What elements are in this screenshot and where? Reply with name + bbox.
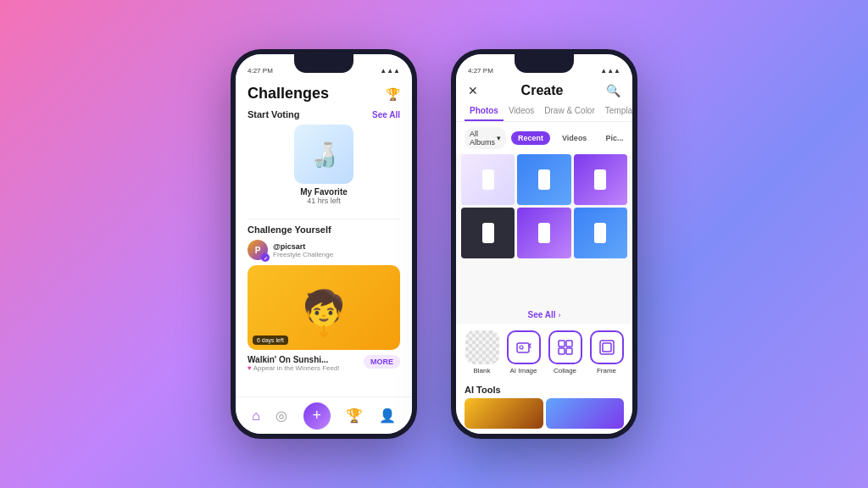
nav-home-icon[interactable]: ⌂ [252,408,260,424]
create-tabs: Photos Videos Draw & Color Templates [456,102,632,122]
picsart-name: @picsart [273,242,333,251]
challenges-title: Challenges [248,85,329,103]
divider-1 [248,219,400,219]
close-icon[interactable]: ✕ [468,84,478,97]
time-2: 4:27 PM [468,67,493,75]
girl-emoji: 🧒 [303,288,345,328]
tab-photos[interactable]: Photos [465,102,504,121]
tab-draw-color[interactable]: Draw & Color [539,102,599,121]
challenge-title: Walkin' On Sunshi... [248,355,340,364]
ai-thumb-1[interactable] [465,398,543,429]
collage-icon [548,330,582,364]
chevron-down-icon: ▾ [497,134,501,142]
status-icons-1: ▲▲▲ [380,67,400,75]
chevron-right-icon: › [558,311,560,319]
create-phone: 4:27 PM ▲▲▲ ✕ Create 🔍 Photos Videos Dra… [451,49,637,439]
challenges-phone: 4:27 PM ▲▲▲ Challenges 🏆 Start Voting Se… [231,49,417,439]
tool-blank[interactable]: Blank [465,330,499,374]
svg-rect-3 [566,341,572,347]
blank-icon [465,330,499,364]
voting-image: 🍶 [294,125,353,184]
search-icon[interactable]: 🔍 [606,84,620,97]
svg-rect-5 [566,348,572,354]
ai-thumb-2[interactable] [546,398,625,429]
more-button[interactable]: MORE [364,355,400,369]
frame-icon [590,330,624,364]
start-voting-section: Start Voting See All [248,109,400,119]
grid-cell-6[interactable] [574,208,627,258]
see-all-row: See All › [456,306,632,324]
albums-bar: All Albums ▾ Recent Videos Pic... [456,122,632,154]
tab-videos[interactable]: Videos [504,102,539,121]
phone-mockup-3 [594,169,606,190]
nav-add-button[interactable]: + [303,402,331,430]
phone-mockup-4 [482,223,494,243]
challenge-footer: Walkin' On Sunshi... ♥ Appear in the Win… [248,355,400,372]
frame-label: Frame [597,367,616,374]
ai-tools-row [456,398,632,434]
nav-explore-icon[interactable]: ◎ [275,408,287,424]
bottom-nav: ⌂ ◎ + 🏆 👤 [236,396,412,434]
challenges-header: Challenges 🏆 [248,85,400,103]
phone-mockup-2 [538,169,550,190]
filter-videos[interactable]: Videos [555,131,593,145]
ai-tools-header: AI Tools [456,381,632,398]
grid-cell-1[interactable] [461,154,515,205]
trophy-icon: 🏆 [386,87,400,101]
collage-label: Collage [554,367,576,374]
albums-dropdown[interactable]: All Albums ▾ [465,127,506,149]
start-voting-label: Start Voting [248,109,300,119]
grid-row-1 [461,154,627,205]
voting-card-time: 41 hrs left [307,197,341,205]
tool-collage[interactable]: Collage [548,330,582,374]
grid-cell-3[interactable] [574,154,627,205]
status-bar-1: 4:27 PM ▲▲▲ [236,54,412,78]
phone-mockup-1 [482,169,494,190]
ai-image-label: AI Image [509,367,537,374]
grid-cell-4[interactable] [461,208,515,258]
nav-challenges-icon[interactable]: 🏆 [346,408,363,424]
photo-grid [456,154,632,306]
time-1: 4:27 PM [248,67,273,75]
grid-cell-5[interactable] [517,208,570,258]
heart-icon: ♥ [248,364,252,372]
create-header: ✕ Create 🔍 [456,78,632,102]
tab-templates[interactable]: Templates [600,102,632,121]
challenge-appear: ♥ Appear in the Winners Feed! [248,364,340,372]
grid-row-2 [461,208,627,258]
svg-rect-2 [559,341,565,347]
svg-point-1 [520,346,523,349]
picsart-sub: Freestyle Challenge [273,251,333,258]
voting-card-title: My Favorite [300,187,348,197]
challenge-image[interactable]: 🧒 6 days left [248,265,400,350]
svg-rect-7 [603,343,611,352]
see-all-voting[interactable]: See All [372,110,400,119]
create-title: Create [521,83,564,98]
svg-rect-4 [559,348,565,354]
challenge-yourself-label: Challenge Yourself [248,225,400,235]
phone-mockup-5 [538,223,550,243]
see-all-button[interactable]: See All [528,310,556,319]
water-bottle-emoji: 🍶 [309,141,339,169]
tool-frame[interactable]: Frame [589,330,624,374]
nav-profile-icon[interactable]: 👤 [379,408,396,424]
filter-pics[interactable]: Pic... [598,131,630,145]
grid-cell-2[interactable] [517,154,570,205]
voting-card[interactable]: 🍶 My Favorite 41 hrs left [248,125,400,205]
filter-recent[interactable]: Recent [511,131,550,145]
tool-ai-image[interactable]: AI Image [506,330,541,374]
phone-mockup-6 [594,223,606,243]
status-bar-2: 4:27 PM ▲▲▲ [456,54,632,78]
tools-grid: Blank AI Image [456,324,632,381]
picsart-row: P @picsart Freestyle Challenge [248,240,400,260]
ai-image-icon [507,330,541,364]
status-icons-2: ▲▲▲ [600,67,620,75]
picsart-avatar: P [248,240,268,260]
days-badge: 6 days left [253,336,288,345]
blank-label: Blank [473,367,490,374]
